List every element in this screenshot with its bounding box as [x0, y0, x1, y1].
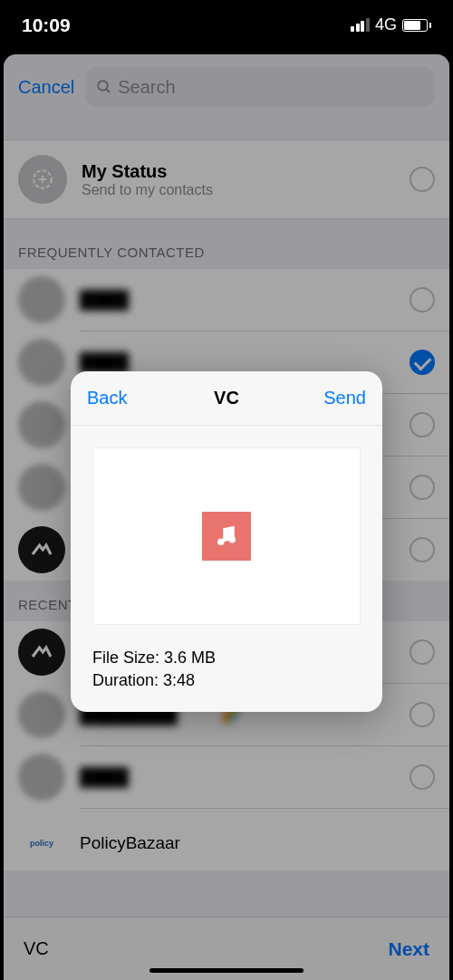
file-size-label: File Size:	[92, 649, 164, 667]
file-metadata: File Size: 3.6 MB Duration: 3:48	[71, 647, 382, 712]
signal-icon	[351, 18, 370, 32]
home-indicator[interactable]	[149, 968, 304, 973]
music-icon	[202, 512, 251, 561]
svg-point-5	[217, 539, 225, 546]
file-preview-modal: Back VC Send File Size: 3.6 MB Duration:…	[71, 371, 382, 712]
modal-header: Back VC Send	[71, 371, 382, 426]
status-indicators: 4G	[351, 15, 431, 34]
duration-label: Duration:	[92, 671, 163, 689]
duration-value: 3:48	[163, 671, 195, 689]
network-label: 4G	[375, 15, 397, 34]
status-bar: 10:09 4G	[0, 0, 453, 50]
phone-frame: 10:09 4G Cancel Search	[0, 0, 453, 980]
send-button[interactable]: Send	[323, 388, 366, 408]
file-preview-area	[92, 447, 361, 625]
file-size-value: 3.6 MB	[164, 649, 216, 667]
battery-icon	[402, 19, 431, 32]
status-time: 10:09	[22, 14, 71, 36]
svg-point-6	[229, 536, 236, 543]
